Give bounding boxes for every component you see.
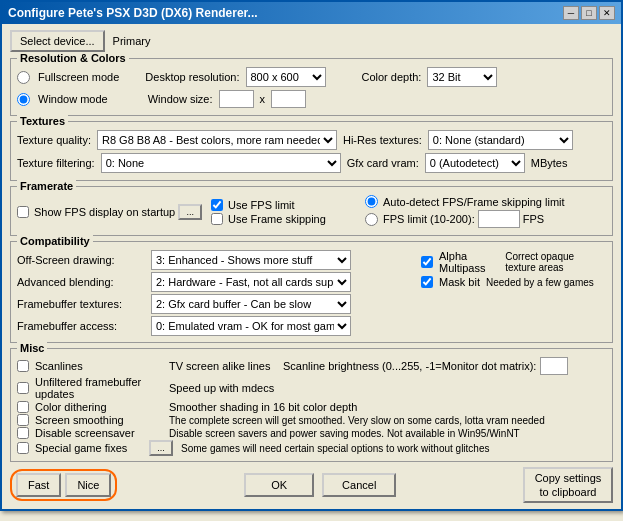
title-bar-buttons: ─ □ ✕: [563, 6, 615, 20]
window-radio[interactable]: [17, 93, 30, 106]
special-game-label: Special game fixes: [35, 442, 145, 454]
special-game-checkbox[interactable]: [17, 442, 29, 454]
resolution-section-title: Resolution & Colors: [17, 52, 129, 64]
textures-section-title: Textures: [17, 115, 68, 127]
copy-line1: Copy settings: [535, 472, 602, 484]
color-dithering-label: Color dithering: [35, 401, 165, 413]
window-size-label: Window size:: [148, 93, 213, 105]
use-fps-limit-label: Use FPS limit: [228, 199, 295, 211]
use-frame-skipping-checkbox[interactable]: [211, 213, 223, 225]
top-bar: Select device... Primary: [10, 30, 613, 52]
window-label: Window mode: [38, 93, 108, 105]
bottom-buttons: Fast Nice OK Cancel Copy settings to cli…: [10, 467, 613, 503]
mbytes-label: MBytes: [531, 157, 568, 169]
advanced-blend-row: Advanced blending: 2: Hardware - Fast, n…: [17, 272, 415, 292]
show-fps-label: Show FPS display on startup: [34, 206, 175, 218]
use-fps-limit-checkbox[interactable]: [211, 199, 223, 211]
resolution-row1: Fullscreen mode Desktop resolution: 800 …: [17, 67, 606, 87]
maximize-button[interactable]: □: [581, 6, 597, 20]
copy-settings-button[interactable]: Copy settings to clipboard: [523, 467, 613, 503]
compat-section-title: Compatibility: [17, 235, 93, 247]
texture-quality-select[interactable]: R8 G8 B8 A8 - Best colors, more ram need…: [97, 130, 337, 150]
color-depth-label: Color depth:: [362, 71, 422, 83]
mask-bit-desc: Needed by a few games: [486, 277, 594, 288]
framebuffer-tex-select[interactable]: 2: Gfx card buffer - Can be slow: [151, 294, 351, 314]
fps-limit-radio[interactable]: [365, 213, 378, 226]
window-width[interactable]: 640: [219, 90, 254, 108]
alpha-multipass-checkbox[interactable]: [421, 256, 433, 268]
framebuffer-acc-row: Framebuffer access: 0: Emulated vram - O…: [17, 316, 415, 336]
minimize-button[interactable]: ─: [563, 6, 579, 20]
color-dithering-checkbox[interactable]: [17, 401, 29, 413]
window-height[interactable]: 480: [271, 90, 306, 108]
unfiltered-row: Unfiltered framebuffer updates Speed up …: [17, 376, 606, 400]
auto-detect-radio[interactable]: [365, 195, 378, 208]
alpha-multipass-desc: Correct opaque texture areas: [505, 251, 606, 273]
window-x: x: [260, 93, 266, 105]
disable-screensaver-label: Disable screensaver: [35, 427, 165, 439]
texture-filtering-label: Texture filtering:: [17, 157, 95, 169]
screen-smoothing-checkbox[interactable]: [17, 414, 29, 426]
color-dithering-row: Color dithering Smoother shading in 16 b…: [17, 401, 606, 413]
copy-line2: to clipboard: [540, 486, 597, 498]
alpha-multipass-label: Alpha Multipass: [439, 250, 499, 274]
compat-content: Off-Screen drawing: 3: Enhanced - Shows …: [17, 250, 606, 338]
hires-label: Hi-Res textures:: [343, 134, 422, 146]
show-fps-checkbox[interactable]: [17, 206, 29, 218]
ok-button[interactable]: OK: [244, 473, 314, 497]
nice-button[interactable]: Nice: [65, 473, 111, 497]
fps-limit-input[interactable]: 200.0: [478, 210, 520, 228]
framerate-middle: Use FPS limit Use Frame skipping: [211, 199, 361, 225]
disable-screensaver-desc: Disable screen savers and power saving m…: [169, 428, 520, 439]
screen-smoothing-row: Screen smoothing The complete screen wil…: [17, 414, 606, 426]
scanlines-desc: TV screen alike lines: [169, 360, 279, 372]
window-title: Configure Pete's PSX D3D (DX6) Renderer.…: [8, 6, 258, 20]
framerate-right: Auto-detect FPS/Frame skipping limit FPS…: [365, 195, 565, 228]
hires-select[interactable]: 0: None (standard): [428, 130, 573, 150]
offscreen-row: Off-Screen drawing: 3: Enhanced - Shows …: [17, 250, 415, 270]
compat-left: Off-Screen drawing: 3: Enhanced - Shows …: [17, 250, 415, 338]
fps-text: FPS: [523, 213, 544, 225]
fast-button[interactable]: Fast: [16, 473, 61, 497]
disable-screensaver-row: Disable screensaver Disable screen saver…: [17, 427, 606, 439]
use-frame-skipping-label: Use Frame skipping: [228, 213, 326, 225]
title-bar: Configure Pete's PSX D3D (DX6) Renderer.…: [2, 2, 621, 24]
scanlines-checkbox[interactable]: [17, 360, 29, 372]
auto-detect-label: Auto-detect FPS/Frame skipping limit: [383, 196, 565, 208]
mask-bit-checkbox[interactable]: [421, 276, 433, 288]
special-game-button[interactable]: ...: [149, 440, 173, 456]
resolution-section: Resolution & Colors Fullscreen mode Desk…: [10, 58, 613, 116]
misc-section: Misc Scanlines TV screen alike lines Sca…: [10, 348, 613, 462]
desktop-res-select[interactable]: 800 x 600: [246, 67, 326, 87]
misc-section-title: Misc: [17, 342, 47, 354]
cancel-button[interactable]: Cancel: [322, 473, 396, 497]
unfiltered-checkbox[interactable]: [17, 382, 29, 394]
textures-row2: Texture filtering: 0: None Gfx card vram…: [17, 153, 606, 173]
gfx-select[interactable]: 0 (Autodetect): [425, 153, 525, 173]
disable-screensaver-checkbox[interactable]: [17, 427, 29, 439]
offscreen-select[interactable]: 3: Enhanced - Shows more stuff: [151, 250, 351, 270]
desktop-res-label: Desktop resolution:: [145, 71, 239, 83]
mask-bit-row: Mask bit Needed by a few games: [421, 276, 606, 288]
fps-button[interactable]: ...: [178, 204, 202, 220]
fullscreen-radio[interactable]: [17, 71, 30, 84]
advanced-blend-select[interactable]: 2: Hardware - Fast, not all cards suppor…: [151, 272, 351, 292]
texture-quality-label: Texture quality:: [17, 134, 91, 146]
use-frame-skipping-row: Use Frame skipping: [211, 213, 361, 225]
close-button[interactable]: ✕: [599, 6, 615, 20]
textures-section: Textures Texture quality: R8 G8 B8 A8 - …: [10, 121, 613, 181]
compat-layout: Off-Screen drawing: 3: Enhanced - Shows …: [17, 250, 606, 338]
texture-filtering-select[interactable]: 0: None: [101, 153, 341, 173]
framebuffer-acc-select[interactable]: 0: Emulated vram - OK for most games: [151, 316, 351, 336]
compat-right: Alpha Multipass Correct opaque texture a…: [421, 250, 606, 338]
textures-row1: Texture quality: R8 G8 B8 A8 - Best colo…: [17, 130, 606, 150]
screen-smoothing-desc: The complete screen will get smoothed. V…: [169, 415, 545, 426]
mask-bit-label: Mask bit: [439, 276, 480, 288]
color-dithering-desc: Smoother shading in 16 bit color depth: [169, 401, 357, 413]
color-depth-select[interactable]: 32 Bit: [427, 67, 497, 87]
scanlines-row: Scanlines TV screen alike lines Scanline…: [17, 357, 606, 375]
framerate-content: Show FPS display on startup ... Use FPS …: [17, 195, 606, 228]
textures-content: Texture quality: R8 G8 B8 A8 - Best colo…: [17, 130, 606, 173]
scanline-brightness-input[interactable]: 0: [540, 357, 568, 375]
select-device-button[interactable]: Select device...: [10, 30, 105, 52]
